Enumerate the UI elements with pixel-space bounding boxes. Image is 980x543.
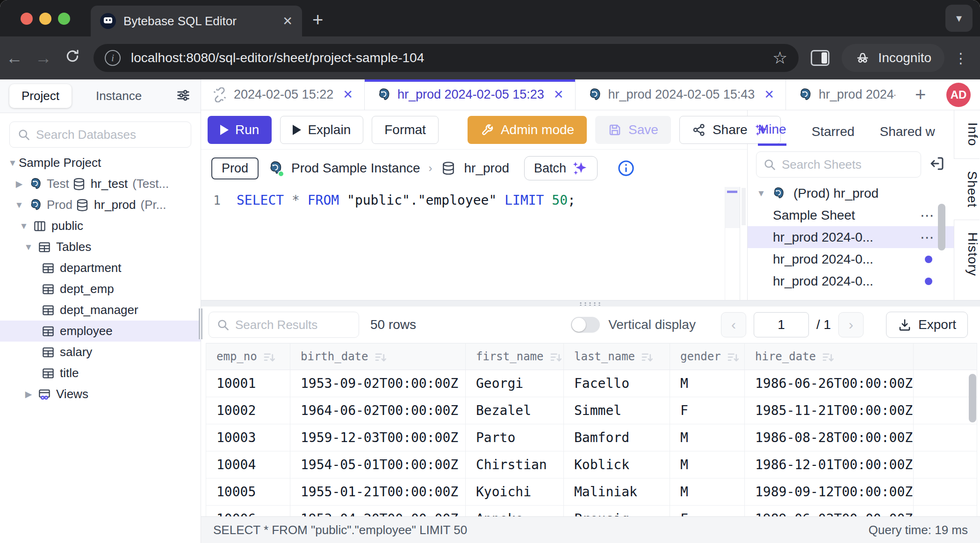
results-search-input[interactable] (235, 318, 351, 332)
sheet-group-row[interactable]: ▼ (Prod) hr_prod (748, 182, 954, 204)
info-icon[interactable] (617, 159, 635, 177)
rail-tab-info[interactable]: Info (954, 110, 980, 158)
cell[interactable]: 10005 (206, 479, 290, 506)
editor-tab-unsaved[interactable]: 2024-02-05 15:22 ✕ (201, 79, 365, 110)
side-panel-icon[interactable] (811, 50, 829, 66)
column-header-gender[interactable]: gender (670, 343, 745, 370)
browser-menu-button[interactable]: ⋮ (954, 50, 968, 66)
batch-button[interactable]: Batch (524, 156, 598, 180)
chevron-right-icon[interactable]: ▶ (13, 179, 25, 189)
close-tab-icon[interactable]: ✕ (554, 87, 564, 102)
admin-mode-button[interactable]: Admin mode (468, 116, 587, 144)
close-tab-icon[interactable]: ✕ (764, 87, 774, 102)
forward-button[interactable]: → (29, 48, 58, 68)
editor-tab-4[interactable]: hr_prod 2024-0 (786, 79, 907, 110)
cell[interactable]: M (670, 370, 745, 397)
rail-tab-sheet[interactable]: Sheet (954, 158, 980, 220)
cell[interactable]: M (670, 424, 745, 451)
close-tab-icon[interactable]: ✕ (343, 87, 353, 102)
bookmark-star-icon[interactable]: ☆ (772, 48, 787, 68)
sort-icon[interactable] (727, 350, 739, 363)
editor-minimap[interactable] (725, 187, 740, 300)
cell[interactable]: 1953-09-02T00:00:00Z (290, 370, 466, 397)
tab-shared-with-me[interactable]: Shared w (880, 124, 935, 146)
chevron-right-icon[interactable]: ▶ (22, 389, 35, 400)
cell[interactable]: F (670, 506, 745, 516)
sort-icon[interactable] (263, 350, 275, 363)
tab-project[interactable]: Project (9, 84, 72, 108)
sheets-search-input[interactable] (782, 157, 914, 172)
cell[interactable]: 1989-06-02T00:00:00Z (745, 506, 914, 516)
tab-instance[interactable]: Instance (84, 84, 154, 108)
import-sheet-icon[interactable] (929, 155, 945, 174)
chevron-down-icon[interactable]: ▼ (13, 200, 25, 210)
cell[interactable]: 10003 (206, 424, 290, 451)
database-search-input[interactable] (36, 128, 183, 142)
tree-item-table-department[interactable]: department (0, 257, 201, 279)
cell[interactable]: 10001 (206, 370, 290, 397)
new-tab-button[interactable]: + (312, 10, 323, 29)
cell[interactable]: Bezalel (466, 397, 564, 424)
tree-item-table-title[interactable]: title (0, 363, 201, 384)
splitter-grip[interactable] (578, 302, 603, 306)
cell[interactable]: 1964-06-02T00:00:00Z (290, 397, 466, 424)
column-header-birth-date[interactable]: birth_date (290, 343, 466, 370)
tree-item-project[interactable]: ▼ Sample Project (0, 152, 201, 173)
format-button[interactable]: Format (372, 116, 439, 144)
editor-tab-3[interactable]: hr_prod 2024-02-05 15:43 ✕ (576, 79, 786, 110)
explain-button[interactable]: Explain (280, 116, 363, 144)
chevron-down-icon[interactable]: ▼ (754, 188, 768, 199)
database-search-box[interactable] (9, 121, 191, 148)
editor-scrollbar[interactable] (740, 187, 747, 300)
cell[interactable]: M (670, 479, 745, 506)
close-window-button[interactable] (21, 13, 33, 25)
export-button[interactable]: Export (886, 312, 968, 338)
sort-icon[interactable] (641, 350, 653, 363)
sql-code-editor[interactable]: 1 SELECT * FROM "public"."employee" LIMI… (201, 187, 747, 300)
browser-tab[interactable]: Bytebase SQL Editor ✕ (91, 6, 302, 36)
save-button[interactable]: Save (595, 116, 671, 144)
cell[interactable]: 10002 (206, 397, 290, 424)
sort-icon[interactable] (821, 350, 834, 363)
cell[interactable]: Preusig (564, 506, 670, 516)
cell[interactable]: 1986-08-28T00:00:00Z (745, 424, 914, 451)
sheet-item-selected[interactable]: hr_prod 2024-0... ⋯ (748, 226, 954, 248)
cell[interactable]: 1954-05-01T00:00:00Z (290, 451, 466, 479)
sheet-menu-icon[interactable]: ⋯ (920, 229, 935, 245)
cell[interactable]: 1989-09-12T00:00:00Z (745, 479, 914, 506)
tree-item-hr-prod[interactable]: ▼ Prod hr_prod (Pr... (0, 194, 201, 215)
sheet-item-sample[interactable]: Sample Sheet ⋯ (748, 204, 954, 226)
tree-item-hr-test[interactable]: ▶ Test hr_test (Test... (0, 173, 201, 194)
cell[interactable]: Koblick (564, 451, 670, 479)
cell[interactable]: 1953-04-20T00:00:00Z (290, 506, 466, 516)
close-tab-icon[interactable]: ✕ (282, 14, 293, 29)
column-header-first-name[interactable]: first_name (466, 343, 564, 370)
cell[interactable]: 1985-11-21T00:00:00Z (745, 397, 914, 424)
cell[interactable]: Simmel (564, 397, 670, 424)
cell[interactable]: 1959-12-03T00:00:00Z (290, 424, 466, 451)
site-info-icon[interactable]: i (105, 50, 121, 66)
sheets-scrollbar[interactable] (938, 204, 945, 250)
page-number-input[interactable] (754, 312, 809, 337)
tree-item-table-dept-manager[interactable]: dept_manager (0, 300, 201, 321)
prev-page-button[interactable]: ‹ (721, 312, 746, 337)
new-sheet-tab-button[interactable]: + (907, 79, 934, 110)
tree-item-table-employee[interactable]: employee (0, 321, 201, 342)
sheet-menu-icon[interactable]: ⋯ (920, 207, 935, 223)
minimize-window-button[interactable] (39, 13, 51, 25)
cell[interactable]: Georgi (466, 370, 564, 397)
url-text[interactable]: localhost:8080/sql-editor/sheet/project-… (131, 50, 766, 65)
results-search-box[interactable] (209, 312, 359, 338)
filter-sliders-icon[interactable] (175, 87, 191, 105)
cell[interactable]: Parto (466, 424, 564, 451)
cell[interactable]: Kyoichi (466, 479, 564, 506)
chevron-down-icon[interactable]: ▼ (22, 242, 35, 252)
tree-item-tables-group[interactable]: ▼ Tables (0, 236, 201, 257)
sort-icon[interactable] (374, 350, 386, 363)
sort-icon[interactable] (549, 350, 562, 363)
next-page-button[interactable]: › (838, 312, 864, 337)
tree-item-schema-public[interactable]: ▼ public (0, 215, 201, 236)
run-button[interactable]: Run (208, 116, 272, 144)
cell[interactable]: Facello (564, 370, 670, 397)
chevron-down-icon[interactable]: ▼ (18, 221, 30, 231)
